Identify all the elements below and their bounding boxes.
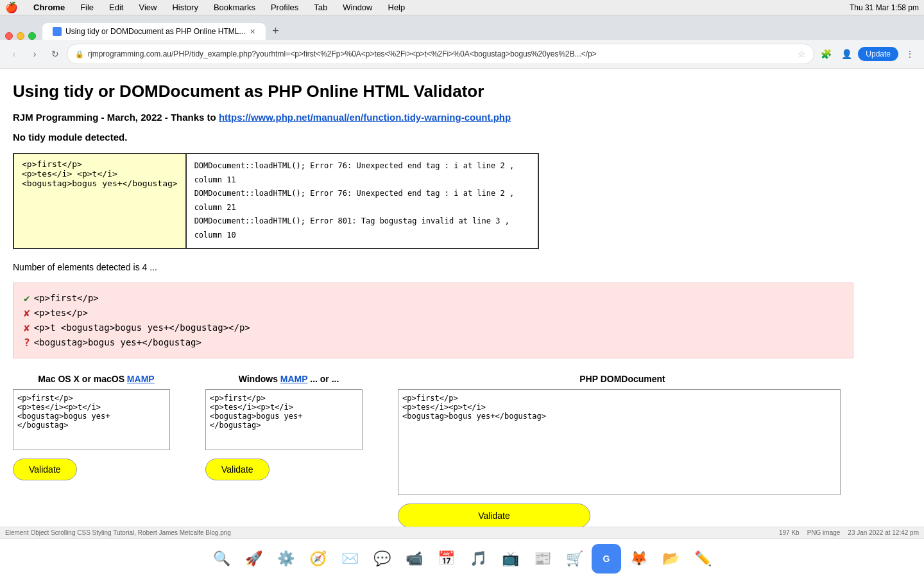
dock-facetime[interactable]: 📹 (399, 544, 429, 574)
invalid-cross-icon-1: ✘ (24, 307, 30, 319)
tab-close-icon[interactable]: ✕ (250, 28, 255, 36)
result-item-invalid-2: ✘ <p>t <bogustag>bogus yes+</bogustag></… (24, 320, 843, 335)
close-window-button[interactable] (5, 32, 13, 40)
dock-tv[interactable]: 📺 (495, 544, 525, 574)
html-input-display: <p>first</p> <p>tes</i> <p>t</i> <bogust… (14, 154, 187, 248)
tab-bar: Using tidy or DOMDocument as PHP Online … (0, 15, 924, 40)
menubar-chrome[interactable]: Chrome (31, 3, 67, 12)
forward-button[interactable]: › (26, 45, 44, 63)
dock-messages[interactable]: 💬 (367, 544, 397, 574)
tab-favicon (53, 27, 62, 36)
result-text-1: <p>first</p> (34, 293, 99, 303)
error-line-1: DOMDocument::loadHTML(); Error 76: Unexp… (194, 159, 530, 187)
windows-html-textarea[interactable] (205, 389, 363, 450)
menubar: 🍎 Chrome File Edit View History Bookmark… (0, 0, 924, 15)
apple-menu[interactable]: 🍎 (5, 1, 18, 13)
dock-music[interactable]: 🎵 (463, 544, 493, 574)
dock-appstore[interactable]: 🛒 (560, 544, 589, 574)
dock: 🔍 🚀 ⚙️ 🧭 ✉️ 💬 📹 📅 🎵 📺 📰 🛒 G 🦊 📂 ✏️ (0, 538, 924, 578)
active-tab[interactable]: Using tidy or DOMDocument as PHP Online … (42, 23, 266, 40)
page-subtitle: RJM Programming - March, 2022 - Thanks t… (13, 112, 911, 123)
status-type: PNG image (807, 529, 841, 536)
php-validate-button[interactable]: Validate (398, 504, 590, 528)
lock-icon: 🔒 (75, 50, 84, 58)
page-content: Using tidy or DOMDocument as PHP Online … (0, 69, 924, 578)
menubar-edit[interactable]: Edit (107, 3, 126, 12)
result-item-invalid-1: ✘ <p>tes</p> (24, 306, 843, 320)
error-line-3: DOMDocument::loadHTML(); Error 801: Tag … (194, 215, 530, 242)
error-line-2: DOMDocument::loadHTML(); Error 76: Unexp… (194, 187, 530, 215)
chrome-toolbar: ‹ › ↻ 🔒 rjmprogramming.com.au/PHP/tidy_e… (0, 40, 924, 69)
error-messages: DOMDocument::loadHTML(); Error 76: Unexp… (187, 154, 538, 248)
php-column: PHP DOMDocument Validate (398, 374, 847, 528)
dock-bbedit[interactable]: ✏️ (688, 544, 717, 574)
menubar-tab[interactable]: Tab (311, 3, 330, 12)
windows-validate-button[interactable]: Validate (205, 459, 270, 480)
result-text-3: <p>t <bogustag>bogus yes+</bogustag></p> (34, 322, 250, 333)
result-item-question: ? <bogustag>bogus yes+</bogustag> (24, 335, 843, 350)
element-count: Number of elements detected is 4 ... (13, 262, 911, 272)
dock-mail[interactable]: ✉️ (335, 544, 364, 574)
maximize-window-button[interactable] (28, 32, 36, 40)
windows-mamp-link[interactable]: MAMP (280, 374, 308, 384)
dock-safari[interactable]: 🧭 (303, 544, 332, 574)
profile-button[interactable]: 👤 (837, 45, 855, 63)
question-icon: ? (24, 337, 30, 349)
dock-finder[interactable]: 🔍 (207, 544, 236, 574)
bookmark-star-icon[interactable]: ☆ (798, 49, 806, 59)
extensions-button[interactable]: 🧩 (817, 45, 835, 63)
status-filename: Element Object Scrolling CSS Styling Tut… (5, 529, 231, 536)
invalid-cross-icon-2: ✘ (24, 322, 30, 334)
new-tab-button[interactable]: + (267, 22, 285, 40)
menubar-profiles[interactable]: Profiles (268, 3, 301, 12)
url-text: rjmprogramming.com.au/PHP/tidy_example.p… (88, 49, 794, 58)
menubar-view[interactable]: View (136, 3, 159, 12)
valid-checkmark-icon: ✔ (24, 292, 30, 304)
back-button[interactable]: ‹ (5, 45, 23, 63)
mac-validate-button[interactable]: Validate (13, 459, 77, 480)
three-column-section: Mac OS X or macOS MAMP Validate Windows … (13, 374, 911, 528)
mac-column: Mac OS X or macOS MAMP Validate (13, 374, 180, 480)
dock-news[interactable]: 📰 (527, 544, 557, 574)
dock-firefox[interactable]: 🦊 (624, 544, 653, 574)
result-text-2: <p>tes</p> (34, 308, 88, 318)
menubar-help[interactable]: Help (386, 3, 408, 12)
result-text-4: <bogustag>bogus yes+</bogustag> (34, 337, 201, 347)
status-bar: Element Object Scrolling CSS Styling Tut… (0, 527, 924, 538)
dock-calendar[interactable]: 📅 (431, 544, 461, 574)
minimize-window-button[interactable] (17, 32, 24, 40)
update-button[interactable]: Update (858, 47, 898, 61)
results-box: ✔ <p>first</p> ✘ <p>tes</p> ✘ <p>t <bogu… (13, 283, 853, 358)
mac-label: Mac OS X or macOS MAMP (13, 374, 180, 384)
windows-label: Windows MAMP ... or ... (205, 374, 372, 384)
page-title: Using tidy or DOMDocument as PHP Online … (13, 82, 911, 101)
status-date: 23 Jan 2022 at 12:42 pm (848, 529, 919, 536)
windows-column: Windows MAMP ... or ... Validate (205, 374, 372, 480)
system-time: Thu 31 Mar 1:58 pm (850, 3, 919, 12)
menubar-history[interactable]: History (169, 3, 200, 12)
dock-preferences[interactable]: ⚙️ (271, 544, 300, 574)
subtitle-text: RJM Programming - March, 2022 - Thanks t… (13, 112, 219, 123)
mac-html-textarea[interactable] (13, 389, 170, 450)
menubar-window[interactable]: Window (340, 3, 375, 12)
menu-button[interactable]: ⋮ (901, 45, 919, 63)
php-html-textarea[interactable] (398, 389, 841, 495)
mac-mamp-link[interactable]: MAMP (127, 374, 155, 384)
address-bar[interactable]: 🔒 rjmprogramming.com.au/PHP/tidy_example… (67, 44, 814, 64)
tidy-link[interactable]: https://www.php.net/manual/en/function.t… (219, 112, 511, 123)
dock-launchpad[interactable]: 🚀 (239, 544, 268, 574)
validation-table: <p>first</p> <p>tes</i> <p>t</i> <bogust… (13, 153, 539, 249)
dock-chrome[interactable]: G (592, 544, 621, 574)
no-tidy-message: No tidy module detected. (13, 132, 911, 143)
menubar-file[interactable]: File (78, 3, 96, 12)
menubar-bookmarks[interactable]: Bookmarks (211, 3, 258, 12)
status-right: 197 Kb PNG image 23 Jan 2022 at 12:42 pm (779, 529, 919, 536)
status-size: 197 Kb (779, 529, 800, 536)
php-label: PHP DOMDocument (398, 374, 847, 384)
reload-button[interactable]: ↻ (46, 45, 64, 63)
dock-filezilla[interactable]: 📂 (656, 544, 685, 574)
tab-title: Using tidy or DOMDocument as PHP Online … (65, 27, 246, 36)
traffic-lights (5, 32, 36, 40)
result-item-valid: ✔ <p>first</p> (24, 291, 843, 306)
